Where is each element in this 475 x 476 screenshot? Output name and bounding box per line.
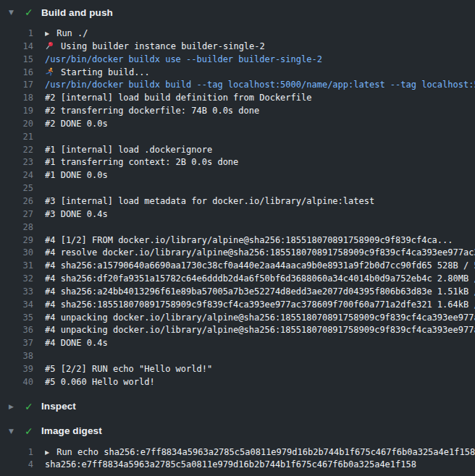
line-number[interactable]: 28 (0, 221, 33, 234)
log-line: 20#2 DONE 0.0s (0, 118, 475, 131)
log-text: #4 DONE 0.4s (45, 337, 475, 350)
step-log-body: 1▶Run ./14Using builder instance builder… (0, 27, 475, 389)
log-text: ▶Run ./ (45, 27, 475, 41)
line-number[interactable]: 1 (0, 27, 33, 41)
step-header-image-digest[interactable]: ▼✓Image digest (0, 424, 475, 438)
line-number[interactable]: 34 (0, 299, 33, 312)
log-line: 1▶Run echo sha256:e7ff8834a5963a2785c5a0… (0, 446, 475, 459)
line-number[interactable]: 37 (0, 337, 33, 350)
line-number[interactable]: 31 (0, 260, 33, 273)
log-line: 18#2 [internal] load build definition fr… (0, 92, 475, 105)
line-number[interactable]: 26 (0, 195, 33, 208)
step-header-inspect[interactable]: ▶✓Inspect (0, 399, 475, 414)
step-build-and-push: ▼✓Build and push1▶Run ./14Using builder … (0, 0, 475, 394)
log-text: #4 sha256:185518070891758909c9f839cf4ca3… (45, 299, 475, 312)
log-line: 29#4 [1/2] FROM docker.io/library/alpine… (0, 234, 475, 247)
line-number[interactable]: 24 (0, 169, 33, 182)
line-number[interactable]: 35 (0, 312, 33, 325)
line-number[interactable]: 40 (0, 376, 33, 389)
log-text (45, 221, 475, 234)
log-line: 39#5 [2/2] RUN echo "Hello world!" (0, 363, 475, 376)
log-line: 34#4 sha256:185518070891758909c9f839cf4c… (0, 299, 475, 312)
line-number[interactable]: 30 (0, 247, 33, 260)
log-text-command: /usr/bin/docker buildx build --tag local… (45, 79, 475, 92)
log-text (45, 350, 475, 363)
line-number[interactable]: 23 (0, 156, 33, 169)
log-line: 31#4 sha256:a15790640a6690aa1730c38cf0a4… (0, 260, 475, 273)
line-number[interactable]: 22 (0, 144, 33, 157)
line-number[interactable]: 1 (0, 446, 33, 459)
log-text: #2 transferring dockerfile: 74B 0.0s don… (45, 105, 475, 118)
log-line: 26#3 [internal] load metadata for docker… (0, 195, 475, 208)
line-number[interactable]: 29 (0, 234, 33, 247)
log-text: #5 0.060 Hello world! (45, 376, 475, 389)
log-line: 35#4 unpacking docker.io/library/alpine@… (0, 312, 475, 325)
step-image-digest: ▼✓Image digest1▶Run echo sha256:e7ff8834… (0, 419, 475, 476)
step-title: Build and push (41, 7, 113, 18)
log-text: #4 sha256:a24bb4013296f61e89ba57005a7b3e… (45, 286, 475, 299)
log-text: #4 unpacking docker.io/library/alpine@sh… (45, 324, 475, 337)
step-title: Image digest (41, 425, 102, 436)
log-line: 22#1 [internal] load .dockerignore (0, 144, 475, 157)
runner-icon (45, 67, 54, 77)
step-title: Inspect (41, 401, 76, 412)
log-line: 25 (0, 182, 475, 195)
log-text: #1 [internal] load .dockerignore (45, 144, 475, 157)
chevron-down-icon[interactable]: ▼ (9, 428, 25, 435)
group-expander-icon[interactable]: ▶ (45, 27, 49, 41)
chevron-right-icon[interactable]: ▶ (9, 403, 25, 410)
line-number[interactable]: 14 (0, 41, 33, 54)
log-text: #4 [1/2] FROM docker.io/library/alpine@s… (45, 234, 475, 247)
log-text: #3 DONE 0.4s (45, 208, 475, 221)
line-number[interactable]: 39 (0, 363, 33, 376)
line-number[interactable]: 18 (0, 92, 33, 105)
line-number[interactable]: 15 (0, 54, 33, 67)
line-number[interactable]: 21 (0, 131, 33, 144)
log-line: 33#4 sha256:a24bb4013296f61e89ba57005a7b… (0, 286, 475, 299)
step-log-body: 1▶Run echo sha256:e7ff8834a5963a2785c5a0… (0, 446, 475, 472)
log-text (45, 131, 475, 144)
group-expander-icon[interactable]: ▶ (45, 446, 49, 459)
log-text: #2 [internal] load build definition from… (45, 92, 475, 105)
success-check-icon: ✓ (25, 401, 41, 412)
log-text: ▶Run echo sha256:e7ff8834a5963a2785c5a08… (45, 446, 475, 459)
log-text: Using builder instance builder-single-2 (45, 41, 475, 54)
line-number[interactable]: 25 (0, 182, 33, 195)
log-line: 27#3 DONE 0.4s (0, 208, 475, 221)
line-number[interactable]: 32 (0, 273, 33, 286)
pushpin-icon (45, 41, 54, 51)
log-line: 28 (0, 221, 475, 234)
log-text: #4 sha256:a15790640a6690aa1730c38cf0a440… (45, 260, 475, 273)
log-line: 38 (0, 350, 475, 363)
chevron-down-icon[interactable]: ▼ (9, 9, 25, 16)
line-number[interactable]: 4 (0, 459, 33, 472)
line-number[interactable]: 38 (0, 350, 33, 363)
log-line: 40#5 0.060 Hello world! (0, 376, 475, 389)
line-number[interactable]: 27 (0, 208, 33, 221)
success-check-icon: ✓ (25, 425, 41, 437)
log-line: 15/usr/bin/docker buildx use --builder b… (0, 54, 475, 67)
log-line: 37#4 DONE 0.4s (0, 337, 475, 350)
step-inspect: ▶✓Inspect (0, 394, 475, 419)
step-header-build-and-push[interactable]: ▼✓Build and push (0, 5, 475, 20)
line-number[interactable]: 20 (0, 118, 33, 131)
line-number[interactable]: 36 (0, 324, 33, 337)
line-number[interactable]: 17 (0, 79, 33, 92)
line-number[interactable]: 33 (0, 286, 33, 299)
line-number[interactable]: 16 (0, 67, 33, 80)
log-text: #2 DONE 0.0s (45, 118, 475, 131)
log-line: 32#4 sha256:df20fa9351a15782c64e6dddb2d4… (0, 273, 475, 286)
log-line: 16Starting build... (0, 67, 475, 80)
log-text: Starting build... (45, 67, 475, 80)
log-text: #4 resolve docker.io/library/alpine@sha2… (45, 247, 475, 260)
log-line: 14Using builder instance builder-single-… (0, 41, 475, 54)
log-line: 4sha256:e7ff8834a5963a2785c5a0811e979d16… (0, 459, 475, 472)
log-text-command: /usr/bin/docker buildx use --builder bui… (45, 54, 475, 67)
log-text: #5 [2/2] RUN echo "Hello world!" (45, 363, 475, 376)
log-line: 21 (0, 131, 475, 144)
log-text (45, 182, 475, 195)
log-line: 19#2 transferring dockerfile: 74B 0.0s d… (0, 105, 475, 118)
log-line: 24#1 DONE 0.0s (0, 169, 475, 182)
log-line: 23#1 transferring context: 2B 0.0s done (0, 156, 475, 169)
line-number[interactable]: 19 (0, 105, 33, 118)
